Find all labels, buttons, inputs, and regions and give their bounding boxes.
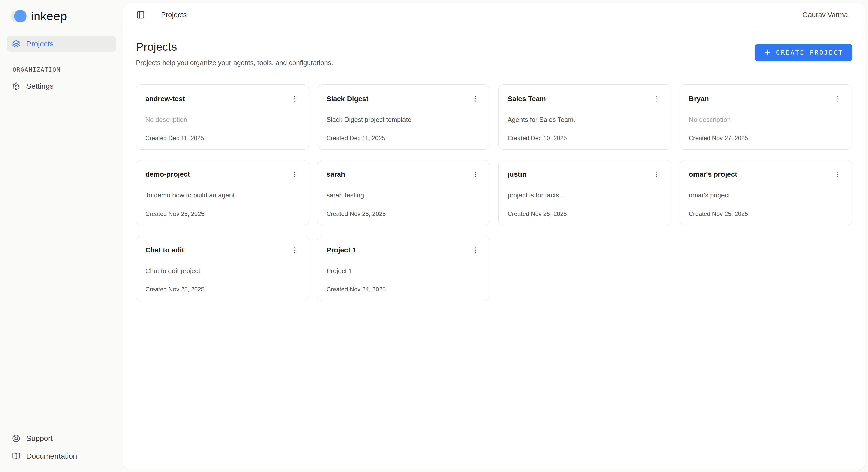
kebab-menu-icon	[653, 95, 661, 103]
project-card-menu-button[interactable]	[832, 93, 843, 104]
project-card-menu-button[interactable]	[289, 245, 300, 256]
panel-left-icon	[136, 10, 145, 19]
book-open-icon	[12, 452, 20, 460]
kebab-menu-icon	[834, 171, 842, 178]
project-card-description: Project 1	[327, 267, 482, 275]
plus-icon	[764, 49, 771, 57]
inkeep-logo-text: inkeep	[31, 9, 67, 23]
main-header: Projects Gaurav Varma	[123, 3, 865, 27]
project-card-menu-button[interactable]	[470, 169, 481, 180]
project-card-menu-button[interactable]	[651, 93, 662, 104]
project-card-title: Slack Digest	[327, 95, 369, 103]
kebab-menu-icon	[291, 95, 298, 103]
project-card-created-date: Created Dec 11, 2025	[327, 135, 482, 142]
project-card-created-date: Created Nov 25, 2025	[145, 286, 300, 293]
project-card-description: Chat to edit project	[145, 267, 300, 275]
projects-page: Projects Projects help you organize your…	[123, 27, 865, 470]
sidebar-item-label: Support	[26, 434, 53, 443]
project-card-title: omar's project	[689, 170, 737, 179]
project-card-created-date: Created Dec 10, 2025	[508, 135, 662, 142]
page-title: Projects	[136, 40, 333, 54]
project-card-description: To demo how to build an agent	[145, 191, 300, 199]
project-card[interactable]: justin project is for facts... Created N…	[498, 160, 671, 225]
sidebar-item-label: Settings	[26, 82, 54, 91]
project-card-description: project is for facts...	[508, 191, 662, 199]
project-card-title: demo-project	[145, 170, 190, 179]
project-card-description: No description	[689, 116, 844, 124]
sidebar-footer: Support Documentation	[6, 430, 116, 465]
project-card-description: sarah testing	[327, 191, 482, 199]
project-card-menu-button[interactable]	[289, 93, 300, 104]
inkeep-logo-icon	[10, 10, 27, 23]
page-subtitle: Projects help you organize your agents, …	[136, 59, 333, 67]
project-card-menu-button[interactable]	[832, 169, 843, 180]
life-buoy-icon	[12, 434, 20, 442]
sidebar-item-support[interactable]: Support	[6, 430, 116, 447]
kebab-menu-icon	[653, 171, 661, 178]
project-card-menu-button[interactable]	[470, 245, 481, 256]
project-card-title: andrew-test	[145, 95, 185, 103]
project-card-menu-button[interactable]	[651, 169, 662, 180]
gear-icon	[12, 82, 20, 90]
kebab-menu-icon	[472, 246, 479, 254]
project-card-title: Bryan	[689, 95, 709, 103]
kebab-menu-icon	[291, 246, 298, 254]
project-card-menu-button[interactable]	[470, 93, 481, 104]
breadcrumb[interactable]: Projects	[161, 11, 187, 19]
project-card-description: Agents for Sales Team.	[508, 116, 662, 124]
sidebar-item-label: Documentation	[26, 452, 77, 461]
project-card[interactable]: Bryan No description Created Nov 27, 202…	[680, 85, 852, 150]
sidebar: inkeep Projects ORGANIZATION Settings Su…	[0, 0, 123, 472]
project-card-title: justin	[508, 170, 527, 179]
project-card[interactable]: sarah sarah testing Created Nov 25, 2025	[317, 160, 490, 225]
project-card-menu-button[interactable]	[289, 169, 300, 180]
project-card-created-date: Created Nov 25, 2025	[508, 210, 662, 217]
project-card-created-date: Created Nov 25, 2025	[327, 210, 482, 217]
project-card[interactable]: Sales Team Agents for Sales Team. Create…	[498, 85, 671, 150]
project-card[interactable]: Chat to edit Chat to edit project Create…	[136, 236, 309, 301]
kebab-menu-icon	[472, 171, 479, 178]
project-card-created-date: Created Nov 25, 2025	[689, 210, 844, 217]
project-card-title: Chat to edit	[145, 246, 184, 254]
project-card[interactable]: andrew-test No description Created Dec 1…	[136, 85, 309, 150]
project-card-title: sarah	[327, 170, 345, 179]
organization-section-label: ORGANIZATION	[12, 66, 116, 73]
project-card[interactable]: Project 1 Project 1 Created Nov 24, 2025	[317, 236, 490, 301]
project-card-created-date: Created Nov 25, 2025	[145, 210, 300, 217]
kebab-menu-icon	[834, 95, 842, 103]
project-card-title: Project 1	[327, 246, 356, 254]
kebab-menu-icon	[472, 95, 479, 103]
create-project-button[interactable]: CREATE PROJECT	[755, 44, 852, 61]
project-card-created-date: Created Nov 27, 2025	[689, 135, 844, 142]
sidebar-item-label: Projects	[26, 39, 54, 48]
project-card-created-date: Created Dec 11, 2025	[145, 135, 300, 142]
layers-icon	[12, 40, 20, 48]
project-card-created-date: Created Nov 24, 2025	[327, 286, 482, 293]
sidebar-toggle-button[interactable]	[135, 9, 147, 21]
sidebar-item-settings[interactable]: Settings	[6, 78, 116, 94]
project-card-title: Sales Team	[508, 95, 546, 103]
sidebar-item-documentation[interactable]: Documentation	[6, 447, 116, 465]
project-card[interactable]: demo-project To demo how to build an age…	[136, 160, 309, 225]
project-card-description: Slack Digest project template	[327, 116, 482, 124]
create-project-button-label: CREATE PROJECT	[776, 49, 843, 56]
project-card[interactable]: Slack Digest Slack Digest project templa…	[317, 85, 490, 150]
inkeep-logo[interactable]: inkeep	[10, 9, 116, 23]
sidebar-item-projects[interactable]: Projects	[6, 36, 116, 52]
project-card-description: No description	[145, 116, 300, 124]
projects-grid: andrew-test No description Created Dec 1…	[136, 85, 852, 301]
project-card[interactable]: omar's project omar's project Created No…	[680, 160, 852, 225]
main-content-card: Projects Gaurav Varma Projects Projects …	[123, 2, 865, 470]
kebab-menu-icon	[291, 171, 298, 178]
project-card-description: omar's project	[689, 191, 844, 199]
user-menu-button[interactable]: Gaurav Varma	[801, 8, 849, 22]
